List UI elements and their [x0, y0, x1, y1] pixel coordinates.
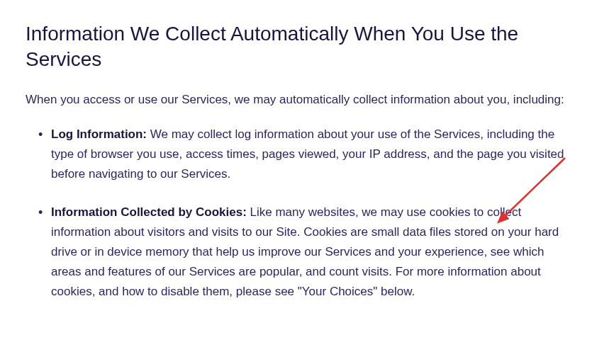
section-heading: Information We Collect Automatically Whe… [26, 21, 566, 73]
list-item-label: Information Collected by Cookies: [51, 205, 247, 219]
info-list: Log Information: We may collect log info… [26, 125, 566, 302]
list-item: Log Information: We may collect log info… [41, 125, 566, 184]
list-item-text: Like many websites, we may use cookies t… [51, 205, 559, 298]
intro-paragraph: When you access or use our Services, we … [26, 90, 566, 109]
list-item: Information Collected by Cookies: Like m… [41, 203, 566, 302]
list-item-label: Log Information: [51, 127, 147, 141]
